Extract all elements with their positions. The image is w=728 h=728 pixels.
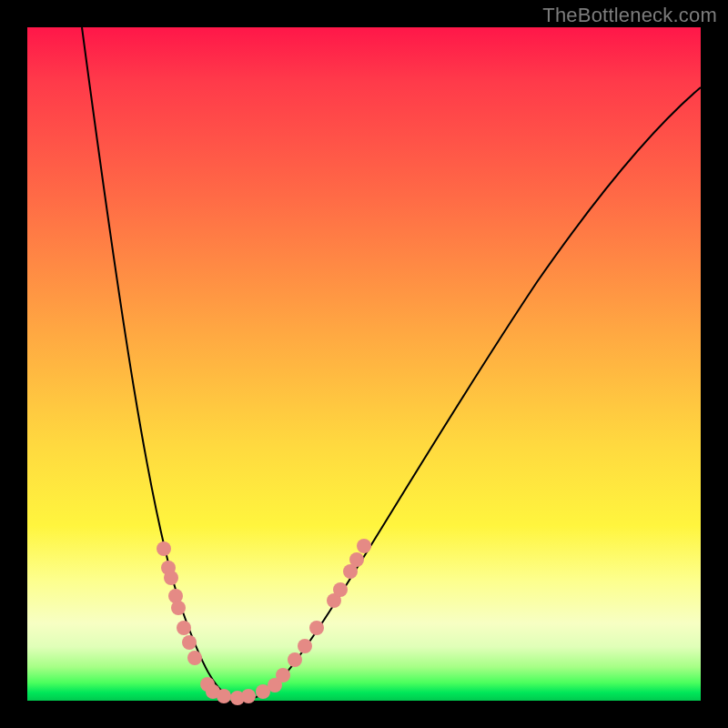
chart-frame: TheBottleneck.com	[0, 0, 728, 728]
data-point	[241, 689, 256, 703]
data-point	[187, 651, 202, 665]
curve-layer	[27, 27, 701, 701]
data-point	[171, 601, 186, 615]
watermark-text: TheBottleneck.com	[542, 4, 717, 27]
data-point	[276, 668, 290, 682]
data-point	[288, 652, 302, 667]
data-point	[182, 635, 197, 650]
data-point	[298, 639, 312, 653]
data-point	[157, 541, 171, 556]
data-point	[164, 571, 178, 585]
data-point	[349, 552, 364, 567]
data-point	[217, 689, 231, 703]
plot-area	[27, 27, 701, 701]
data-point	[333, 582, 348, 597]
data-point	[309, 621, 324, 635]
data-point	[177, 621, 191, 635]
data-point	[357, 539, 371, 553]
